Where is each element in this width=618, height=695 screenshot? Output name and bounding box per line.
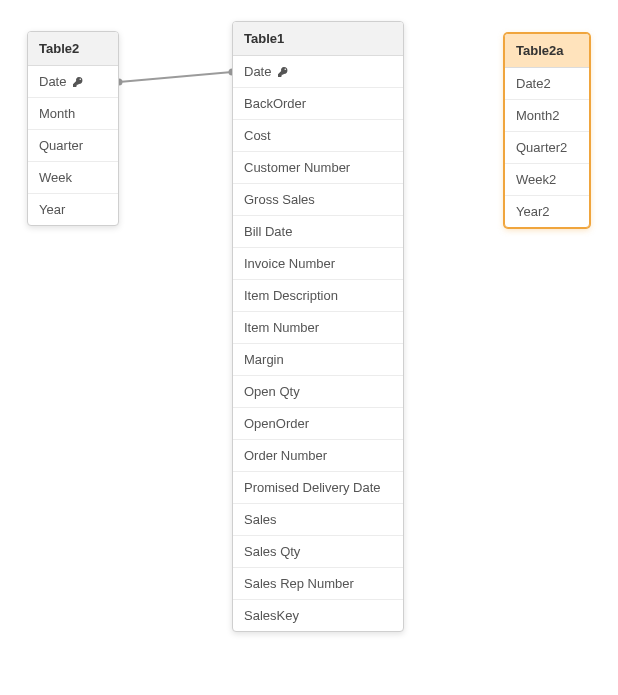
data-model-canvas[interactable]: Table2DateMonthQuarterWeekYearTable1Date… bbox=[0, 0, 618, 695]
field-label: Month bbox=[39, 106, 75, 121]
field-row[interactable]: Quarter2 bbox=[505, 132, 589, 164]
table-table1[interactable]: Table1DateBackOrderCostCustomer NumberGr… bbox=[232, 21, 404, 632]
field-row[interactable]: Sales Rep Number bbox=[233, 568, 403, 600]
field-label: Month2 bbox=[516, 108, 559, 123]
field-row[interactable]: Open Qty bbox=[233, 376, 403, 408]
field-row[interactable]: Month bbox=[28, 98, 118, 130]
field-row[interactable]: Year bbox=[28, 194, 118, 225]
field-label: SalesKey bbox=[244, 608, 299, 623]
field-label: Gross Sales bbox=[244, 192, 315, 207]
field-label: Date bbox=[39, 74, 66, 89]
field-label: Item Number bbox=[244, 320, 319, 335]
field-label: Invoice Number bbox=[244, 256, 335, 271]
field-label: Date bbox=[244, 64, 271, 79]
field-label: Week2 bbox=[516, 172, 556, 187]
field-label: Item Description bbox=[244, 288, 338, 303]
field-label: Cost bbox=[244, 128, 271, 143]
field-row[interactable]: Date2 bbox=[505, 68, 589, 100]
field-label: Bill Date bbox=[244, 224, 292, 239]
table-header[interactable]: Table2 bbox=[28, 32, 118, 66]
field-row[interactable]: Week2 bbox=[505, 164, 589, 196]
field-label: Quarter2 bbox=[516, 140, 567, 155]
field-label: Year2 bbox=[516, 204, 550, 219]
field-row[interactable]: Sales bbox=[233, 504, 403, 536]
field-row[interactable]: Month2 bbox=[505, 100, 589, 132]
field-label: Quarter bbox=[39, 138, 83, 153]
field-row[interactable]: Promised Delivery Date bbox=[233, 472, 403, 504]
field-label: OpenOrder bbox=[244, 416, 309, 431]
field-label: Margin bbox=[244, 352, 284, 367]
field-row[interactable]: Cost bbox=[233, 120, 403, 152]
field-row[interactable]: BackOrder bbox=[233, 88, 403, 120]
field-row[interactable]: Gross Sales bbox=[233, 184, 403, 216]
field-label: Customer Number bbox=[244, 160, 350, 175]
field-row[interactable]: Date bbox=[233, 56, 403, 88]
field-row[interactable]: Quarter bbox=[28, 130, 118, 162]
field-row[interactable]: Bill Date bbox=[233, 216, 403, 248]
field-row[interactable]: Customer Number bbox=[233, 152, 403, 184]
field-label: Sales Rep Number bbox=[244, 576, 354, 591]
field-label: Week bbox=[39, 170, 72, 185]
field-row[interactable]: SalesKey bbox=[233, 600, 403, 631]
field-label: Sales Qty bbox=[244, 544, 300, 559]
table-header[interactable]: Table2a bbox=[505, 34, 589, 68]
table-table2[interactable]: Table2DateMonthQuarterWeekYear bbox=[27, 31, 119, 226]
field-label: Sales bbox=[244, 512, 277, 527]
field-label: BackOrder bbox=[244, 96, 306, 111]
field-row[interactable]: OpenOrder bbox=[233, 408, 403, 440]
field-row[interactable]: Margin bbox=[233, 344, 403, 376]
field-label: Promised Delivery Date bbox=[244, 480, 381, 495]
field-row[interactable]: Date bbox=[28, 66, 118, 98]
field-label: Year bbox=[39, 202, 65, 217]
field-label: Order Number bbox=[244, 448, 327, 463]
table-table2a[interactable]: Table2aDate2Month2Quarter2Week2Year2 bbox=[504, 33, 590, 228]
key-icon bbox=[277, 66, 289, 78]
field-row[interactable]: Invoice Number bbox=[233, 248, 403, 280]
field-row[interactable]: Week bbox=[28, 162, 118, 194]
field-row[interactable]: Year2 bbox=[505, 196, 589, 227]
relationship-line[interactable] bbox=[119, 72, 232, 82]
field-row[interactable]: Item Number bbox=[233, 312, 403, 344]
field-label: Open Qty bbox=[244, 384, 300, 399]
key-icon bbox=[72, 76, 84, 88]
field-row[interactable]: Item Description bbox=[233, 280, 403, 312]
field-label: Date2 bbox=[516, 76, 551, 91]
field-row[interactable]: Sales Qty bbox=[233, 536, 403, 568]
table-header[interactable]: Table1 bbox=[233, 22, 403, 56]
field-row[interactable]: Order Number bbox=[233, 440, 403, 472]
